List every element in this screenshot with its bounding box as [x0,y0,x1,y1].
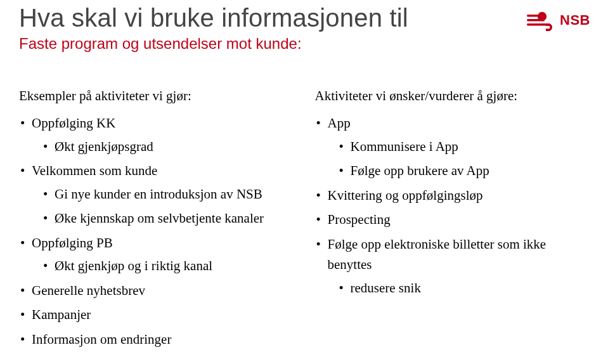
list-item: Følge opp elektroniske billetter som ikk… [316,234,590,299]
list-item: Kommunisere i App [339,136,590,157]
list-item-label: Følge opp brukere av App [351,163,489,178]
list-item: Generelle nyhetsbrev [20,280,294,301]
svg-rect-1 [527,15,540,16]
list-item: Oppfølging KK Økt gjenkjøpsgrad [20,113,294,157]
list-item: Informasjon om endringer [20,329,294,350]
list-item-label: Informasjon om endringer [32,332,171,347]
svg-rect-2 [527,19,545,21]
right-column: Aktiviteter vi ønsker/vurderer å gjøre: … [315,88,590,353]
list-item-label: Kvittering og oppfølgingsløp [328,188,483,203]
list-item: Kampanjer [20,304,294,325]
list-item-label: Gi nye kunder en introduksjon av NSB [55,186,262,202]
list-item: Økt gjenkjøp og i riktig kanal [43,256,294,276]
list-item: App Kommunisere i App Følge opp brukere … [316,113,590,181]
list-item: redusere snik [339,278,590,299]
list-item-label: redusere snik [351,280,421,296]
right-heading: Aktiviteter vi ønsker/vurderer å gjøre: [315,88,590,104]
list-item-label: Økt gjenkjøp og i riktig kanal [55,258,212,273]
list-item-label: Oppfølging KK [32,115,115,131]
left-heading: Eksempler på aktiviteter vi gjør: [19,88,294,104]
content-columns: Eksempler på aktiviteter vi gjør: Oppføl… [19,88,589,353]
brand-logo: NSB [527,9,590,32]
page-subtitle: Faste program og utsendelser mot kunde: [19,35,589,53]
list-item: Kvittering og oppfølgingsløp [316,185,590,206]
nsb-logo-icon [527,9,555,32]
list-item-label: Velkommen som kunde [32,163,157,178]
list-item: Økt gjenkjøpsgrad [43,136,294,157]
list-item-label: Følge opp elektroniske billetter som ikk… [328,237,547,273]
list-item-label: App [328,115,351,131]
right-list: App Kommunisere i App Følge opp brukere … [315,113,590,298]
brand-name: NSB [560,12,590,29]
list-item: Gi nye kunder en introduksjon av NSB [43,184,294,205]
list-item: Prospecting [316,209,590,230]
list-item: Følge opp brukere av App [339,160,590,181]
left-column: Eksempler på aktiviteter vi gjør: Oppføl… [19,88,294,353]
list-item-label: Oppfølging PB [32,235,113,250]
list-item-label: Prospecting [328,212,391,227]
list-item-label: Kampanjer [32,307,91,322]
list-item: Oppfølging PB Økt gjenkjøp og i riktig k… [20,233,294,276]
page-title: Hva skal vi bruke informasjonen til [19,4,589,32]
list-item: Øke kjennskap om selvbetjente kanaler [43,208,294,229]
left-list: Oppfølging KK Økt gjenkjøpsgrad Velkomme… [19,113,294,349]
list-item-label: Kommunisere i App [351,139,458,154]
slide: NSB Hva skal vi bruke informasjonen til … [0,0,608,364]
list-item-label: Generelle nyhetsbrev [32,283,145,298]
list-item-label: Øke kjennskap om selvbetjente kanaler [55,211,264,226]
list-item: Velkommen som kunde Gi nye kunder en int… [20,160,294,229]
list-item-label: Økt gjenkjøpsgrad [55,139,153,154]
